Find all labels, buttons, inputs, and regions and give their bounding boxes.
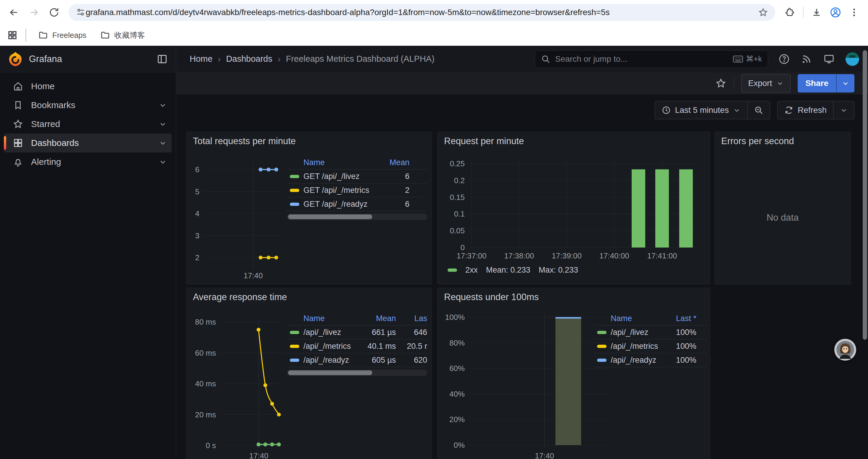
url-bar[interactable]: grafana.mathmast.com/d/deytv4rwavabkb/fr… xyxy=(68,4,775,21)
legend-col-last[interactable]: Last * xyxy=(658,314,696,323)
share-button[interactable]: Share xyxy=(798,74,836,93)
news-rss-icon[interactable] xyxy=(801,53,812,65)
legend-scrollbar-thumb[interactable] xyxy=(288,370,372,375)
legend-col-last[interactable]: Las xyxy=(399,314,427,323)
share-menu-button[interactable] xyxy=(836,74,855,93)
url-text[interactable]: grafana.mathmast.com/d/deytv4rwavabkb/fr… xyxy=(86,8,753,17)
chevron-down-icon xyxy=(840,106,848,114)
search-input[interactable]: Search or jump to... ⌘+k xyxy=(535,50,768,68)
legend-series-name[interactable]: 2xx xyxy=(465,266,478,275)
chevron-right-icon: › xyxy=(278,54,281,64)
series-color-pill xyxy=(290,345,299,348)
bookmark-folder-freeleaps[interactable]: Freeleaps xyxy=(34,28,91,42)
legend-max: Max: 0.233 xyxy=(538,266,578,275)
legend-series-name[interactable]: /api/_/livez xyxy=(611,328,658,337)
legend-mean-value: 6 xyxy=(377,200,409,209)
grafana-logo[interactable] xyxy=(8,52,23,67)
request-per-minute-chart[interactable]: 0.250.20.150.10.05017:37:0017:38:0017:39… xyxy=(438,132,710,284)
sidebar-item-bookmarks[interactable]: Bookmarks xyxy=(4,96,172,114)
sidebar-item-alerting[interactable]: Alerting xyxy=(4,153,172,171)
download-icon[interactable] xyxy=(811,7,822,18)
user-avatar[interactable] xyxy=(845,52,859,66)
legend-series-name[interactable]: /api/_/metrics xyxy=(303,342,351,351)
sidebar-item-home[interactable]: Home xyxy=(4,77,172,96)
legend-col-name[interactable]: Name xyxy=(303,314,351,323)
bookmark-star-icon[interactable] xyxy=(758,7,768,18)
legend-series-name[interactable]: GET /api/_/livez xyxy=(303,172,377,181)
profile-icon[interactable] xyxy=(830,6,841,18)
legend-series-name[interactable]: /api/_/metrics xyxy=(611,342,658,351)
sidebar-item-label: Starred xyxy=(31,119,60,129)
legend-col-mean[interactable]: Mean xyxy=(351,314,396,323)
legend-scrollbar[interactable] xyxy=(287,214,427,220)
bar xyxy=(679,169,693,248)
legend-last-value: 620 xyxy=(399,356,427,365)
zoom-out-button[interactable] xyxy=(747,101,770,119)
chevron-down-icon[interactable] xyxy=(159,158,167,166)
axis-tick-label: 3 xyxy=(195,231,199,240)
monitor-icon[interactable] xyxy=(823,53,835,65)
floating-assistant-avatar[interactable] xyxy=(834,339,856,361)
bookmark-folder-label: 收藏博客 xyxy=(114,30,145,40)
legend-series-name[interactable]: /api/_/readyz xyxy=(611,356,658,365)
star-icon xyxy=(13,119,23,129)
data-point xyxy=(257,328,260,332)
sidebar-item-starred[interactable]: Starred xyxy=(4,114,172,133)
chevron-down-icon xyxy=(776,79,784,87)
extensions-icon[interactable] xyxy=(785,7,795,18)
site-info-icon[interactable] xyxy=(75,7,86,18)
export-button[interactable]: Export xyxy=(741,74,790,93)
reload-button[interactable] xyxy=(45,3,63,22)
legend-col-name[interactable]: Name xyxy=(303,158,377,167)
data-point xyxy=(270,442,274,446)
axis-tick-label: 17:37:00 xyxy=(457,251,486,260)
refresh-button[interactable]: Refresh xyxy=(777,101,833,119)
series-color-pill xyxy=(290,175,299,178)
forward-button[interactable] xyxy=(25,3,43,22)
time-range-picker[interactable]: Last 5 minutes xyxy=(655,101,747,119)
sidebar-item-dashboards[interactable]: Dashboards xyxy=(4,133,172,153)
axis-tick-label: 17:40 xyxy=(243,271,262,280)
bookmark-folder-blogs[interactable]: 收藏博客 xyxy=(96,28,149,43)
dock-sidebar-icon[interactable] xyxy=(156,53,168,65)
bar xyxy=(632,169,645,248)
legend-col-mean[interactable]: Mean xyxy=(377,158,409,167)
legend-series-name[interactable]: GET /api/_/metrics xyxy=(303,186,377,195)
dashboard-toolbar: Export Share xyxy=(176,73,868,94)
refresh-interval-button[interactable] xyxy=(833,101,855,119)
help-icon[interactable] xyxy=(778,53,790,65)
breadcrumb-dashboards[interactable]: Dashboards xyxy=(226,54,272,64)
axis-tick-label: 5 xyxy=(195,187,199,196)
favorite-star-icon[interactable] xyxy=(715,78,726,89)
legend-mean-value: 605 µs xyxy=(351,356,396,365)
legend-mean-value: 661 µs xyxy=(351,328,396,337)
browser-menu-icon[interactable] xyxy=(849,7,859,18)
sidebar-item-label: Bookmarks xyxy=(31,100,75,110)
apps-grid-icon[interactable] xyxy=(7,30,18,40)
data-point xyxy=(267,168,271,172)
legend-series-name[interactable]: /api/_/livez xyxy=(303,328,351,337)
axis-tick-label: 0.25 xyxy=(450,159,465,168)
bar xyxy=(555,319,581,445)
panel-title[interactable]: Errors per second xyxy=(721,136,794,146)
forward-icon xyxy=(28,7,39,18)
legend-scrollbar[interactable] xyxy=(287,369,427,376)
axis-tick-label: 40 ms xyxy=(195,379,216,388)
legend-series-name[interactable]: /api/_/readyz xyxy=(303,356,351,365)
series-line xyxy=(258,330,279,415)
legend-scrollbar-thumb[interactable] xyxy=(288,215,372,219)
brand-name[interactable]: Grafana xyxy=(29,54,62,64)
legend-series-name[interactable]: GET /api/_/readyz xyxy=(303,200,377,209)
legend-table: Name Mean Las /api/_/livez 661 µs 646 xyxy=(287,312,427,376)
chevron-down-icon[interactable] xyxy=(159,120,167,128)
axis-tick-label: 0.05 xyxy=(450,226,465,235)
page-scrollbar-thumb[interactable] xyxy=(863,50,867,340)
legend-col-name[interactable]: Name xyxy=(611,314,658,323)
chevron-down-icon[interactable] xyxy=(159,139,167,147)
breadcrumb-home[interactable]: Home xyxy=(190,54,212,64)
series-color-pill xyxy=(290,203,299,206)
chevron-down-icon[interactable] xyxy=(159,101,167,109)
legend-row: /api/_/readyz 605 µs 620 xyxy=(287,353,427,367)
back-button[interactable] xyxy=(5,3,23,22)
axis-tick-label: 20% xyxy=(450,415,465,424)
